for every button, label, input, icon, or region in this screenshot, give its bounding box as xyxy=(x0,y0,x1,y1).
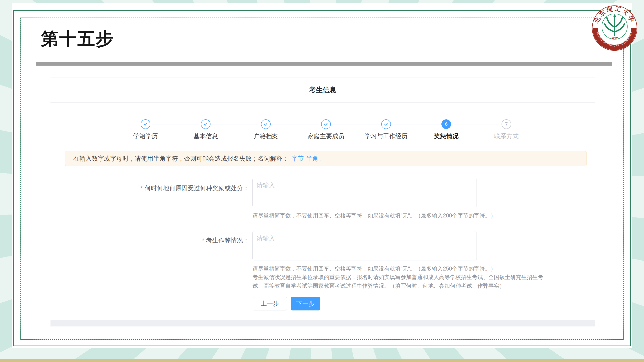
candidate-info-panel: 考生信息 学籍学历 基本信息 xyxy=(50,77,595,327)
notice-suffix: 。 xyxy=(318,154,324,163)
required-asterisk: * xyxy=(202,237,204,244)
halfwidth-term-link[interactable]: 半角 xyxy=(306,154,318,163)
page-title: 第十五步 xyxy=(41,27,114,51)
awards-help-text: 请尽量精简字数，不要使用回车、空格等字符，如果没有就填"无"。（最多输入200个… xyxy=(252,211,520,220)
step-number: 7 xyxy=(505,121,508,127)
step-label: 学习与工作经历 xyxy=(364,132,408,140)
step-item-6-active: 6 奖惩情况 xyxy=(416,119,476,140)
form-buttons: 上一步 下一步 xyxy=(253,297,320,311)
next-step-button[interactable]: 下一步 xyxy=(291,297,320,311)
check-icon xyxy=(324,122,328,127)
field-label-text: 何时何地何原因受过何种奖励或处分： xyxy=(145,185,249,192)
form-title: 考生信息 xyxy=(50,85,595,94)
check-icon xyxy=(143,122,148,127)
bit-logo-icon: 北京理工大学 BEIJING INSTITUTE OF TECHNOLOGY 1… xyxy=(592,5,638,51)
step-item-1: 学籍学历 xyxy=(116,119,176,140)
step-label: 学籍学历 xyxy=(133,132,158,140)
step-done-circle xyxy=(381,119,391,129)
university-logo: 北京理工大学 BEIJING INSTITUTE OF TECHNOLOGY 1… xyxy=(592,5,638,51)
step-pending-circle: 7 xyxy=(502,119,511,129)
bottom-gold-strip xyxy=(0,359,644,362)
check-icon xyxy=(203,122,208,127)
progress-steps: 学籍学历 基本信息 户籍档案 xyxy=(116,119,536,140)
field-label-text: 考生作弊情况： xyxy=(206,237,249,244)
cheating-record-label: *考生作弊情况： xyxy=(64,236,249,245)
cheating-help-line-1: 请尽量精简字数，不要使用回车、空格等字符，如果没有就填"无"。（最多输入250个… xyxy=(252,264,544,273)
form-header-divider xyxy=(50,102,595,103)
step-done-circle xyxy=(201,119,210,129)
step-item-5: 学习与工作经历 xyxy=(356,119,416,140)
step-done-circle xyxy=(321,119,331,129)
step-done-circle xyxy=(141,119,150,129)
byte-term-link[interactable]: 字节 xyxy=(292,154,304,163)
form-footer-strip xyxy=(50,320,595,327)
logo-year-text: 1940 xyxy=(612,36,618,39)
check-icon xyxy=(264,122,268,127)
awards-punishments-textarea[interactable] xyxy=(252,178,477,207)
slide: 第十五步 考生信息 学籍学历 基本信息 xyxy=(12,3,632,348)
step-item-4: 家庭主要成员 xyxy=(296,119,356,140)
cheating-help-text: 请尽量精简字数，不要使用回车、空格等字符，如果没有就填"无"。（最多输入250个… xyxy=(252,264,544,290)
step-done-circle xyxy=(261,119,271,129)
step-number: 6 xyxy=(445,121,448,127)
cheating-record-textarea[interactable] xyxy=(252,231,477,260)
step-label: 奖惩情况 xyxy=(434,132,458,140)
check-icon xyxy=(384,122,388,127)
step-item-7: 7 联系方式 xyxy=(476,119,536,140)
title-divider-bar xyxy=(36,62,612,66)
step-label: 基本信息 xyxy=(194,132,218,140)
step-active-circle: 6 xyxy=(442,119,451,129)
notice-text: 在输入数字或字母时，请使用半角字符，否则可能会造成报名失败；名词解释： xyxy=(73,154,288,163)
step-label: 户籍档案 xyxy=(254,132,278,140)
previous-step-button[interactable]: 上一步 xyxy=(253,297,287,311)
required-asterisk: * xyxy=(140,185,143,192)
cheating-help-line-2: 考生诚信状况是招生单位录取的重要依据，报名时请如实填写参加普通和成人高等学校招生… xyxy=(252,273,544,290)
halfwidth-notice-banner: 在输入数字或字母时，请使用半角字符，否则可能会造成报名失败；名词解释： 字节 半… xyxy=(65,151,587,166)
step-label: 家庭主要成员 xyxy=(308,132,344,140)
slide-background: 第十五步 考生信息 学籍学历 基本信息 xyxy=(0,0,644,362)
step-item-3: 户籍档案 xyxy=(236,119,296,140)
awards-punishments-label: *何时何地何原因受过何种奖励或处分： xyxy=(64,184,249,192)
step-item-2: 基本信息 xyxy=(176,119,236,140)
step-label: 联系方式 xyxy=(494,132,519,140)
